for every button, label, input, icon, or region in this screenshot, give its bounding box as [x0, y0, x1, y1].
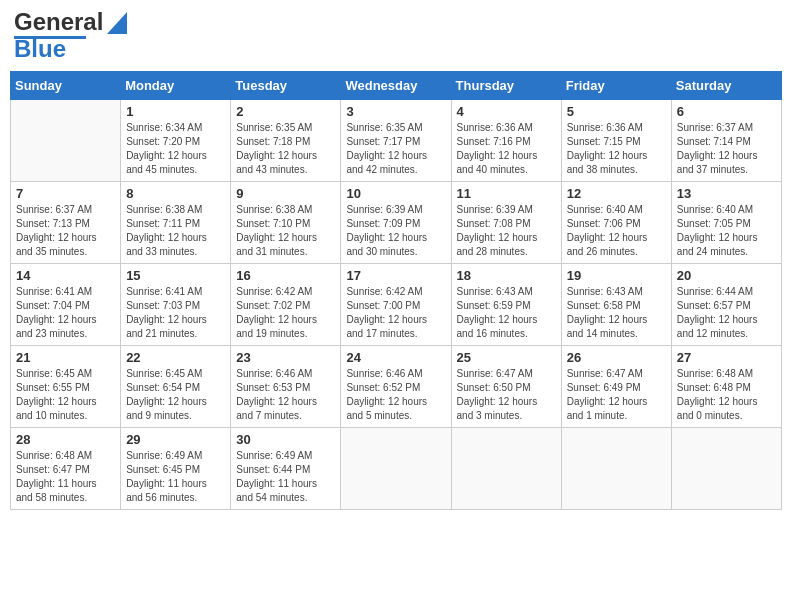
calendar-cell: 15Sunrise: 6:41 AMSunset: 7:03 PMDayligh…: [121, 264, 231, 346]
day-info: Sunrise: 6:47 AMSunset: 6:50 PMDaylight:…: [457, 367, 556, 423]
day-of-week-header: Thursday: [451, 72, 561, 100]
calendar-cell: 14Sunrise: 6:41 AMSunset: 7:04 PMDayligh…: [11, 264, 121, 346]
day-number: 2: [236, 104, 335, 119]
calendar-cell: 12Sunrise: 6:40 AMSunset: 7:06 PMDayligh…: [561, 182, 671, 264]
calendar-cell: 22Sunrise: 6:45 AMSunset: 6:54 PMDayligh…: [121, 346, 231, 428]
calendar-cell: 5Sunrise: 6:36 AMSunset: 7:15 PMDaylight…: [561, 100, 671, 182]
calendar-cell: 18Sunrise: 6:43 AMSunset: 6:59 PMDayligh…: [451, 264, 561, 346]
day-info: Sunrise: 6:43 AMSunset: 6:59 PMDaylight:…: [457, 285, 556, 341]
calendar-week-row: 1Sunrise: 6:34 AMSunset: 7:20 PMDaylight…: [11, 100, 782, 182]
day-of-week-header: Friday: [561, 72, 671, 100]
calendar-cell: 26Sunrise: 6:47 AMSunset: 6:49 PMDayligh…: [561, 346, 671, 428]
day-info: Sunrise: 6:35 AMSunset: 7:17 PMDaylight:…: [346, 121, 445, 177]
calendar-cell: [341, 428, 451, 510]
day-info: Sunrise: 6:35 AMSunset: 7:18 PMDaylight:…: [236, 121, 335, 177]
day-info: Sunrise: 6:37 AMSunset: 7:13 PMDaylight:…: [16, 203, 115, 259]
calendar-cell: 6Sunrise: 6:37 AMSunset: 7:14 PMDaylight…: [671, 100, 781, 182]
day-of-week-header: Tuesday: [231, 72, 341, 100]
svg-marker-0: [107, 12, 127, 34]
day-number: 18: [457, 268, 556, 283]
day-info: Sunrise: 6:40 AMSunset: 7:05 PMDaylight:…: [677, 203, 776, 259]
logo-triangle-icon: [107, 12, 127, 34]
day-info: Sunrise: 6:34 AMSunset: 7:20 PMDaylight:…: [126, 121, 225, 177]
logo: General Blue: [14, 10, 127, 63]
calendar-cell: [561, 428, 671, 510]
day-number: 7: [16, 186, 115, 201]
calendar-cell: [451, 428, 561, 510]
calendar-cell: 19Sunrise: 6:43 AMSunset: 6:58 PMDayligh…: [561, 264, 671, 346]
calendar-cell: 17Sunrise: 6:42 AMSunset: 7:00 PMDayligh…: [341, 264, 451, 346]
page-header: General Blue: [10, 10, 782, 63]
calendar-cell: 24Sunrise: 6:46 AMSunset: 6:52 PMDayligh…: [341, 346, 451, 428]
day-info: Sunrise: 6:47 AMSunset: 6:49 PMDaylight:…: [567, 367, 666, 423]
day-info: Sunrise: 6:42 AMSunset: 7:00 PMDaylight:…: [346, 285, 445, 341]
day-number: 5: [567, 104, 666, 119]
day-number: 24: [346, 350, 445, 365]
calendar-cell: 28Sunrise: 6:48 AMSunset: 6:47 PMDayligh…: [11, 428, 121, 510]
day-info: Sunrise: 6:36 AMSunset: 7:16 PMDaylight:…: [457, 121, 556, 177]
day-number: 13: [677, 186, 776, 201]
day-number: 19: [567, 268, 666, 283]
day-number: 9: [236, 186, 335, 201]
calendar-cell: 7Sunrise: 6:37 AMSunset: 7:13 PMDaylight…: [11, 182, 121, 264]
day-info: Sunrise: 6:49 AMSunset: 6:45 PMDaylight:…: [126, 449, 225, 505]
day-info: Sunrise: 6:45 AMSunset: 6:55 PMDaylight:…: [16, 367, 115, 423]
calendar-cell: 25Sunrise: 6:47 AMSunset: 6:50 PMDayligh…: [451, 346, 561, 428]
calendar-cell: 16Sunrise: 6:42 AMSunset: 7:02 PMDayligh…: [231, 264, 341, 346]
day-number: 10: [346, 186, 445, 201]
calendar-cell: 30Sunrise: 6:49 AMSunset: 6:44 PMDayligh…: [231, 428, 341, 510]
day-info: Sunrise: 6:49 AMSunset: 6:44 PMDaylight:…: [236, 449, 335, 505]
day-number: 11: [457, 186, 556, 201]
calendar-cell: 11Sunrise: 6:39 AMSunset: 7:08 PMDayligh…: [451, 182, 561, 264]
day-number: 29: [126, 432, 225, 447]
day-number: 20: [677, 268, 776, 283]
calendar-cell: 3Sunrise: 6:35 AMSunset: 7:17 PMDaylight…: [341, 100, 451, 182]
calendar-cell: 2Sunrise: 6:35 AMSunset: 7:18 PMDaylight…: [231, 100, 341, 182]
day-info: Sunrise: 6:36 AMSunset: 7:15 PMDaylight:…: [567, 121, 666, 177]
day-number: 23: [236, 350, 335, 365]
day-info: Sunrise: 6:46 AMSunset: 6:52 PMDaylight:…: [346, 367, 445, 423]
calendar-table: SundayMondayTuesdayWednesdayThursdayFrid…: [10, 71, 782, 510]
calendar-cell: [671, 428, 781, 510]
day-info: Sunrise: 6:37 AMSunset: 7:14 PMDaylight:…: [677, 121, 776, 177]
calendar-cell: 1Sunrise: 6:34 AMSunset: 7:20 PMDaylight…: [121, 100, 231, 182]
calendar-cell: 27Sunrise: 6:48 AMSunset: 6:48 PMDayligh…: [671, 346, 781, 428]
day-number: 8: [126, 186, 225, 201]
logo-blue-text: Blue: [14, 35, 66, 63]
day-number: 3: [346, 104, 445, 119]
day-info: Sunrise: 6:39 AMSunset: 7:09 PMDaylight:…: [346, 203, 445, 259]
day-info: Sunrise: 6:48 AMSunset: 6:47 PMDaylight:…: [16, 449, 115, 505]
calendar-cell: 13Sunrise: 6:40 AMSunset: 7:05 PMDayligh…: [671, 182, 781, 264]
calendar-header-row: SundayMondayTuesdayWednesdayThursdayFrid…: [11, 72, 782, 100]
day-info: Sunrise: 6:46 AMSunset: 6:53 PMDaylight:…: [236, 367, 335, 423]
day-info: Sunrise: 6:38 AMSunset: 7:11 PMDaylight:…: [126, 203, 225, 259]
calendar-cell: 21Sunrise: 6:45 AMSunset: 6:55 PMDayligh…: [11, 346, 121, 428]
day-info: Sunrise: 6:44 AMSunset: 6:57 PMDaylight:…: [677, 285, 776, 341]
day-number: 25: [457, 350, 556, 365]
day-of-week-header: Wednesday: [341, 72, 451, 100]
calendar-cell: 29Sunrise: 6:49 AMSunset: 6:45 PMDayligh…: [121, 428, 231, 510]
day-number: 16: [236, 268, 335, 283]
day-number: 4: [457, 104, 556, 119]
calendar-cell: 10Sunrise: 6:39 AMSunset: 7:09 PMDayligh…: [341, 182, 451, 264]
day-info: Sunrise: 6:43 AMSunset: 6:58 PMDaylight:…: [567, 285, 666, 341]
day-number: 26: [567, 350, 666, 365]
day-info: Sunrise: 6:41 AMSunset: 7:04 PMDaylight:…: [16, 285, 115, 341]
day-of-week-header: Sunday: [11, 72, 121, 100]
calendar-week-row: 7Sunrise: 6:37 AMSunset: 7:13 PMDaylight…: [11, 182, 782, 264]
day-number: 27: [677, 350, 776, 365]
day-of-week-header: Saturday: [671, 72, 781, 100]
calendar-cell: 8Sunrise: 6:38 AMSunset: 7:11 PMDaylight…: [121, 182, 231, 264]
calendar-cell: 9Sunrise: 6:38 AMSunset: 7:10 PMDaylight…: [231, 182, 341, 264]
day-info: Sunrise: 6:45 AMSunset: 6:54 PMDaylight:…: [126, 367, 225, 423]
day-number: 14: [16, 268, 115, 283]
day-number: 22: [126, 350, 225, 365]
day-number: 17: [346, 268, 445, 283]
calendar-cell: [11, 100, 121, 182]
day-info: Sunrise: 6:41 AMSunset: 7:03 PMDaylight:…: [126, 285, 225, 341]
day-number: 30: [236, 432, 335, 447]
day-number: 6: [677, 104, 776, 119]
day-info: Sunrise: 6:40 AMSunset: 7:06 PMDaylight:…: [567, 203, 666, 259]
day-info: Sunrise: 6:39 AMSunset: 7:08 PMDaylight:…: [457, 203, 556, 259]
day-info: Sunrise: 6:48 AMSunset: 6:48 PMDaylight:…: [677, 367, 776, 423]
